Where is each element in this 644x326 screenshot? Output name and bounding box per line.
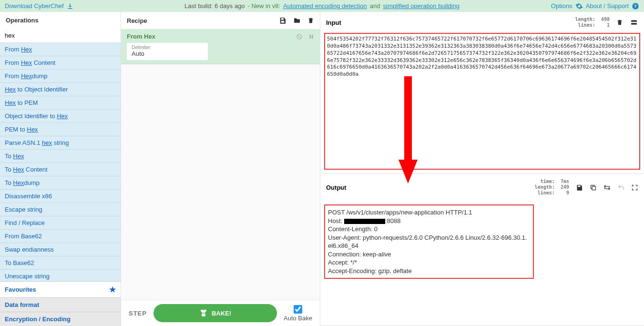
favourites-category[interactable]: Favourites ★ [0,281,121,297]
recipe-body: From Hex Delimiter Auto [121,29,320,326]
operation-item[interactable]: PEM to Hex [0,123,121,136]
fullscreen-icon[interactable] [631,184,638,191]
gear-icon[interactable] [575,2,583,10]
download-link[interactable]: Download CyberChef [5,2,64,10]
input-textarea[interactable]: 504f5354202f77732f76312f636c75737465722f… [324,33,640,170]
svg-rect-4 [312,35,313,39]
operation-item[interactable]: To Hex Content [0,163,121,176]
output-title: Output [326,184,347,191]
bake-label: BAKE! [212,310,231,317]
input-view-icon[interactable] [630,19,638,26]
svg-rect-3 [310,35,311,39]
operation-item[interactable]: From Base62 [0,230,121,243]
new-prefix: - New in v8: [248,2,281,10]
operation-item[interactable]: Hex to Object Identifier [0,83,121,96]
top-banner: Download CyberChef Last build: 6 days ag… [0,0,644,12]
bake-row: STEP BAKE! Auto Bake [121,300,320,326]
search-input[interactable] [0,29,121,43]
operation-item[interactable]: To Hex [0,150,121,163]
download-icon[interactable] [67,3,73,10]
build-info: Last build: 6 days ago [184,2,245,10]
operation-item[interactable]: From Hex Content [0,56,121,70]
recipe-title: Recipe [127,17,147,24]
favourites-label: Favourites [5,286,36,293]
data-format-category[interactable]: Data format [0,297,121,312]
new-feature-2[interactable]: simplified operation building [383,2,460,10]
svg-text:?: ? [634,4,636,9]
operations-list: From HexFrom Hex ContentFrom HexdumpHex … [0,43,121,281]
undo-icon[interactable] [617,184,624,191]
chef-icon [199,309,208,317]
recipe-title-bar: Recipe [121,12,320,29]
operation-item[interactable]: Find / Replace [0,216,121,230]
help-icon[interactable]: ? [632,2,639,10]
input-stats: length: 498 lines: 1 [575,17,610,28]
output-section: Output time: 7ms length: 249 lines: 9 PO… [320,174,644,326]
auto-bake-checkbox[interactable] [294,305,302,314]
operation-item[interactable]: Hex to PEM [0,96,121,110]
operation-item[interactable]: Disassemble x86 [0,190,121,203]
operation-item[interactable]: Escape string [0,203,121,216]
operation-item[interactable]: Parse ASN.1 hex string [0,136,121,150]
new-feature-1[interactable]: Automated encoding detection [283,2,367,10]
recipe-operation[interactable]: From Hex Delimiter Auto [121,29,320,64]
disable-icon[interactable] [296,33,303,40]
save-output-icon[interactable] [576,184,583,191]
operation-item[interactable]: Object Identifier to Hex [0,110,121,123]
recipe-panel: Recipe From Hex Delimiter Auto [121,12,320,326]
operation-item[interactable]: Unescape string [0,270,121,281]
operations-panel: Operations From HexFrom Hex ContentFrom … [0,12,121,326]
svg-rect-6 [631,20,637,22]
options-link[interactable]: Options [551,2,572,10]
svg-rect-8 [592,186,596,190]
output-text: POST /ws/v1/cluster/apps/new-application… [328,208,530,275]
encryption-category[interactable]: Encryption / Encoding [0,312,121,326]
input-title: Input [326,19,341,26]
param-label: Delimiter [132,45,203,50]
auto-bake-label: Auto Bake [284,315,312,322]
input-section: Input length: 498 lines: 1 504f5354202f7… [320,12,644,174]
bake-button[interactable]: BAKE! [153,304,277,322]
param-value: Auto [132,50,203,57]
star-icon: ★ [109,285,116,294]
pause-icon[interactable] [308,33,314,40]
operation-item[interactable]: To Hexdump [0,176,121,190]
copy-icon[interactable] [590,184,597,191]
recipe-op-name: From Hex [127,33,155,40]
io-panel: Input length: 498 lines: 1 504f5354202f7… [320,12,644,326]
save-icon[interactable] [279,17,286,24]
auto-bake[interactable]: Auto Bake [284,305,312,322]
output-stats: time: 7ms length: 249 lines: 9 [535,179,569,196]
about-link[interactable]: About / Support [586,2,629,10]
delimiter-param[interactable]: Delimiter Auto [127,43,208,60]
output-textarea[interactable]: POST /ws/v1/cluster/apps/new-application… [324,204,534,279]
operation-item[interactable]: To Base62 [0,256,121,270]
svg-rect-7 [631,23,637,25]
clear-input-icon[interactable] [616,19,623,26]
trash-icon[interactable] [307,17,314,24]
step-button[interactable]: STEP [129,310,147,317]
swap-icon[interactable] [603,184,611,191]
and-text: and [370,2,380,10]
operation-item[interactable]: From Hex [0,43,121,56]
input-text: 504f5354202f77732f76312f636c75737465722f… [327,36,637,78]
folder-icon[interactable] [293,17,301,24]
operation-item[interactable]: From Hexdump [0,70,121,83]
operation-item[interactable]: Swap endianness [0,243,121,256]
operations-title: Operations [0,12,121,29]
